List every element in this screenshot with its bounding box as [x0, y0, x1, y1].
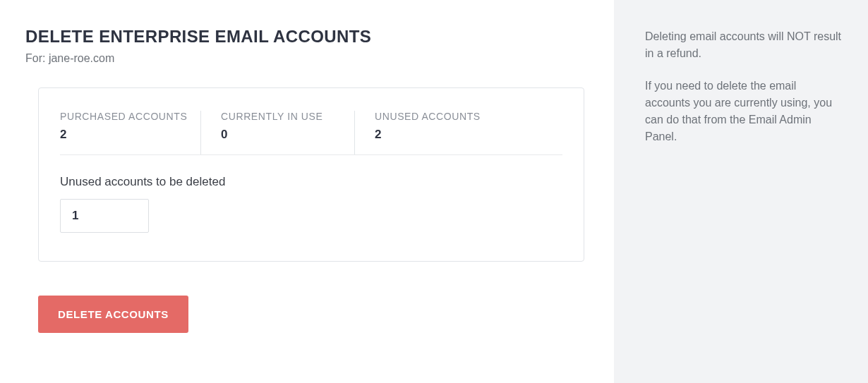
page-title: DELETE ENTERPRISE EMAIL ACCOUNTS	[25, 27, 589, 47]
info-sidebar: Deleting email accounts will NOT result …	[614, 0, 868, 383]
stats-row: PURCHASED ACCOUNTS 2 CURRENTLY IN USE 0 …	[60, 111, 562, 155]
delete-count-input[interactable]	[60, 199, 149, 233]
stat-in-use-value: 0	[221, 128, 349, 142]
accounts-card: PURCHASED ACCOUNTS 2 CURRENTLY IN USE 0 …	[38, 87, 584, 262]
stat-unused: UNUSED ACCOUNTS 2	[375, 111, 488, 154]
stat-purchased: PURCHASED ACCOUNTS 2	[60, 111, 201, 154]
stat-in-use-label: CURRENTLY IN USE	[221, 111, 349, 122]
stat-purchased-label: PURCHASED ACCOUNTS	[60, 111, 195, 122]
for-domain-label: For: jane-roe.com	[25, 52, 589, 65]
stat-unused-value: 2	[375, 128, 482, 142]
stat-unused-label: UNUSED ACCOUNTS	[375, 111, 482, 122]
main-content: DELETE ENTERPRISE EMAIL ACCOUNTS For: ja…	[0, 0, 614, 383]
stat-purchased-value: 2	[60, 128, 195, 142]
delete-accounts-button[interactable]: DELETE ACCOUNTS	[38, 296, 188, 333]
sidebar-note-admin-panel: If you need to delete the email accounts…	[645, 78, 843, 145]
stat-in-use: CURRENTLY IN USE 0	[221, 111, 355, 154]
sidebar-note-refund: Deleting email accounts will NOT result …	[645, 28, 843, 62]
delete-count-label: Unused accounts to be deleted	[60, 175, 562, 189]
